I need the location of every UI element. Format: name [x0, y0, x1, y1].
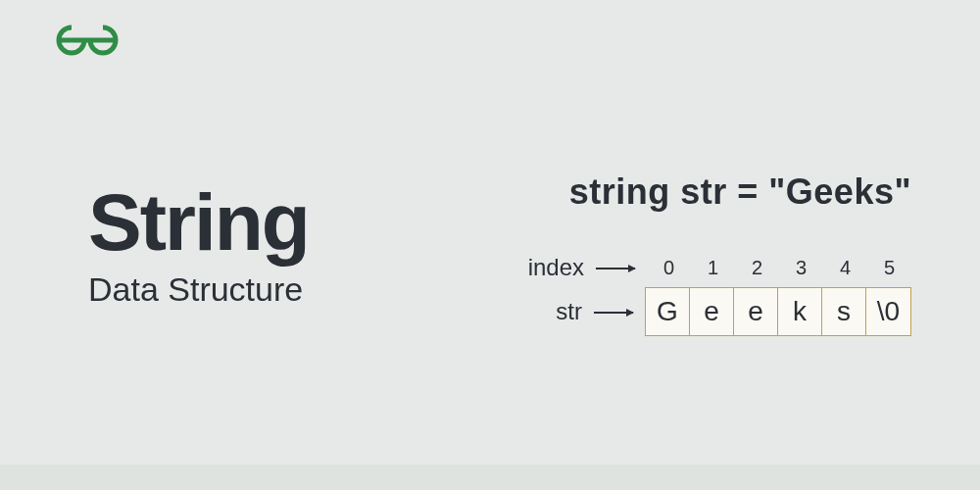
idx-2: 2 [735, 257, 779, 279]
arrow-icon [596, 268, 635, 269]
idx-5: 5 [867, 257, 911, 279]
example-block: string str = "Geeks" index 0 1 2 3 4 5 s… [480, 172, 951, 336]
geeksforgeeks-logo [55, 24, 120, 61]
cell-0: G [646, 288, 690, 335]
idx-3: 3 [779, 257, 823, 279]
page-subtitle: Data Structure [88, 270, 309, 309]
footer-strip [0, 465, 980, 490]
cell-2: e [734, 288, 778, 335]
heading-block: String Data Structure [88, 176, 309, 309]
string-diagram: index 0 1 2 3 4 5 str G e e k s \0 [480, 254, 951, 336]
str-label: str [556, 298, 582, 325]
index-values: 0 1 2 3 4 5 [647, 257, 911, 279]
arrow-icon [594, 312, 633, 313]
char-cells: G e e k s \0 [645, 287, 911, 336]
index-row: index 0 1 2 3 4 5 [528, 254, 911, 281]
cell-3: k [778, 288, 822, 335]
idx-1: 1 [691, 257, 735, 279]
code-declaration: string str = "Geeks" [480, 172, 951, 213]
idx-4: 4 [823, 257, 867, 279]
idx-0: 0 [647, 257, 691, 279]
cell-1: e [690, 288, 734, 335]
cell-4: s [822, 288, 866, 335]
cell-5: \0 [866, 288, 910, 335]
index-label: index [528, 254, 584, 281]
page-title: String [88, 176, 309, 269]
str-row: str G e e k s \0 [556, 287, 911, 336]
